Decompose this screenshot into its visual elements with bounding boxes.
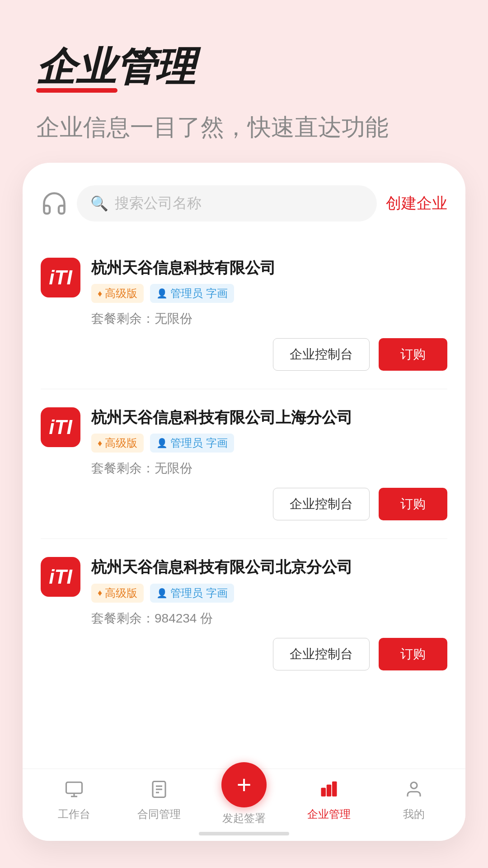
company-tags-3: 高级版 管理员 字画 [91, 584, 447, 603]
role-tag-2: 管理员 字画 [150, 434, 234, 453]
sign-fab-button[interactable]: + [221, 762, 267, 807]
company-info-3: 杭州天谷信息科技有限公司北京分公司 高级版 管理员 字画 [91, 557, 447, 602]
nav-item-workspace[interactable]: 工作台 [42, 780, 106, 821]
role-tag-3: 管理员 字画 [150, 584, 234, 603]
plus-icon: + [237, 772, 252, 797]
control-panel-button-1[interactable]: 企业控制台 [273, 338, 370, 371]
company-name-2: 杭州天谷信息科技有限公司上海分公司 [91, 407, 447, 427]
nav-label-mine: 我的 [403, 807, 425, 821]
page-title: 企业管理 [36, 45, 195, 89]
quota-info-1: 套餐剩余：无限份 [91, 310, 447, 327]
search-input-wrap[interactable]: 🔍 搜索公司名称 [77, 185, 377, 222]
company-header-1: iTI 杭州天谷信息科技有限公司 高级版 管理员 字画 [41, 258, 447, 303]
company-tags-2: 高级版 管理员 字画 [91, 434, 447, 453]
company-name-1: 杭州天谷信息科技有限公司 [91, 258, 447, 278]
company-actions-2: 企业控制台 订购 [41, 488, 447, 520]
control-panel-button-2[interactable]: 企业控制台 [273, 488, 370, 520]
svg-rect-0 [66, 782, 82, 793]
create-enterprise-button[interactable]: 创建企业 [386, 193, 447, 214]
logo-text-3: iTI [49, 566, 72, 588]
phone-card: 🔍 搜索公司名称 创建企业 iTI 杭州天谷信息科技有限公司 高级版 管理员 字 [23, 163, 465, 841]
company-logo-1: iTI [41, 258, 80, 297]
svg-rect-7 [321, 788, 326, 796]
company-card-3: iTI 杭州天谷信息科技有限公司北京分公司 高级版 管理员 字画 套餐剩余：98… [41, 539, 447, 688]
order-button-3[interactable]: 订购 [379, 638, 447, 670]
mine-icon [404, 780, 423, 803]
search-placeholder: 搜索公司名称 [115, 193, 202, 213]
company-list: iTI 杭州天谷信息科技有限公司 高级版 管理员 字画 套餐剩余：无限份 企业控… [41, 240, 447, 689]
company-info-2: 杭州天谷信息科技有限公司上海分公司 高级版 管理员 字画 [91, 407, 447, 453]
nav-item-mine[interactable]: 我的 [382, 780, 446, 821]
nav-item-enterprise[interactable]: 企业管理 [297, 780, 361, 821]
company-info-1: 杭州天谷信息科技有限公司 高级版 管理员 字画 [91, 258, 447, 303]
company-tags-1: 高级版 管理员 字画 [91, 284, 447, 303]
page-header: 企业管理 企业信息一目了然，快速直达功能 [0, 0, 488, 161]
company-name-3: 杭州天谷信息科技有限公司北京分公司 [91, 557, 447, 577]
search-bar: 🔍 搜索公司名称 创建企业 [41, 185, 447, 222]
company-actions-1: 企业控制台 订购 [41, 338, 447, 371]
svg-rect-9 [332, 781, 337, 796]
search-icon: 🔍 [90, 195, 108, 212]
home-indicator [199, 832, 289, 835]
order-button-2[interactable]: 订购 [379, 488, 447, 520]
contract-icon [150, 780, 169, 803]
nav-item-contract[interactable]: 合同管理 [127, 780, 191, 821]
page-subtitle: 企业信息一目了然，快速直达功能 [36, 112, 452, 143]
tier-tag-2: 高级版 [91, 434, 144, 453]
nav-label-enterprise: 企业管理 [307, 807, 351, 821]
company-actions-3: 企业控制台 订购 [41, 638, 447, 670]
nav-label-sign: 发起签署 [222, 811, 266, 826]
company-card-2: iTI 杭州天谷信息科技有限公司上海分公司 高级版 管理员 字画 套餐剩余：无限… [41, 389, 447, 539]
svg-point-10 [411, 782, 417, 788]
company-header-2: iTI 杭州天谷信息科技有限公司上海分公司 高级版 管理员 字画 [41, 407, 447, 453]
workspace-icon [65, 780, 84, 803]
nav-item-sign[interactable]: + 发起签署 [212, 776, 276, 826]
role-tag-1: 管理员 字画 [150, 284, 234, 303]
quota-info-2: 套餐剩余：无限份 [91, 460, 447, 477]
company-logo-2: iTI [41, 407, 80, 447]
bottom-nav: 工作台 合同管理 + 发起签署 [23, 769, 465, 841]
tier-tag-1: 高级版 [91, 284, 144, 303]
headset-icon[interactable] [41, 190, 68, 217]
nav-label-contract: 合同管理 [137, 807, 181, 821]
logo-text-2: iTI [49, 416, 72, 439]
phone-content: 🔍 搜索公司名称 创建企业 iTI 杭州天谷信息科技有限公司 高级版 管理员 字 [23, 163, 465, 769]
quota-info-3: 套餐剩余：984234 份 [91, 610, 447, 627]
control-panel-button-3[interactable]: 企业控制台 [273, 638, 370, 670]
order-button-1[interactable]: 订购 [379, 338, 447, 371]
company-header-3: iTI 杭州天谷信息科技有限公司北京分公司 高级版 管理员 字画 [41, 557, 447, 602]
nav-label-workspace: 工作台 [58, 807, 90, 821]
svg-rect-8 [327, 784, 332, 796]
logo-text-1: iTI [49, 266, 72, 289]
enterprise-icon [319, 780, 338, 803]
tier-tag-3: 高级版 [91, 584, 144, 603]
company-logo-3: iTI [41, 557, 80, 597]
company-card: iTI 杭州天谷信息科技有限公司 高级版 管理员 字画 套餐剩余：无限份 企业控… [41, 240, 447, 389]
